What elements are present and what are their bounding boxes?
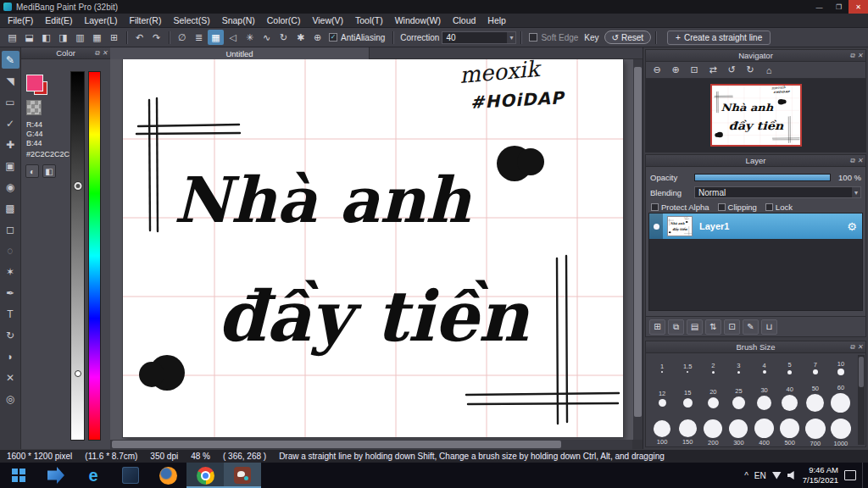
document-icon[interactable]: ▥ xyxy=(72,30,88,45)
brush-size-2[interactable]: 2 xyxy=(700,355,726,380)
value-slider-handle[interactable] xyxy=(74,182,81,190)
medibang-taskbar-button[interactable] xyxy=(224,463,261,488)
comment-icon[interactable]: ◧ xyxy=(38,30,54,45)
horizontal-scrollbar[interactable] xyxy=(110,440,632,449)
brush-scrollbar[interactable] xyxy=(858,355,865,445)
soft-edge-checkbox[interactable]: Soft Edge xyxy=(529,33,578,42)
taskbar-app-icon-2[interactable] xyxy=(112,463,149,488)
grid-view-icon[interactable]: ▦ xyxy=(89,30,105,45)
reset-view-icon[interactable]: ⌂ xyxy=(760,64,777,77)
chrome-button[interactable] xyxy=(186,463,224,488)
brush-size-4[interactable]: 4 xyxy=(752,355,777,380)
snap-ellipse-icon[interactable]: ↻ xyxy=(275,30,292,45)
popout-icon[interactable]: ⧉ xyxy=(850,52,855,60)
minimize-button[interactable]: — xyxy=(810,0,829,14)
firefox-button[interactable] xyxy=(149,463,186,488)
brush-size-50[interactable]: 50 xyxy=(803,380,828,416)
color-wheel-icon[interactable]: ◐ xyxy=(25,164,39,178)
brush-size-12[interactable]: 12 xyxy=(649,380,675,416)
edge-button[interactable]: e xyxy=(75,463,112,488)
color-bar-icon[interactable]: ◧ xyxy=(42,164,56,178)
lock-checkbox[interactable]: Lock xyxy=(765,202,793,212)
brush-size-150[interactable]: 150 xyxy=(675,416,700,450)
blending-dropdown[interactable]: Normal ▾ xyxy=(694,186,861,198)
start-button[interactable] xyxy=(0,463,37,488)
reset-button[interactable]: ↺ Reset xyxy=(604,30,652,44)
menu-tool[interactable]: Tool(T) xyxy=(349,14,389,28)
layer-folder-icon[interactable]: ▤ xyxy=(687,319,703,335)
maximize-button[interactable]: ❐ xyxy=(829,0,849,14)
network-icon[interactable] xyxy=(772,472,782,480)
clock[interactable]: 9:46 AM 7/15/2021 xyxy=(803,465,838,485)
brush-size-7[interactable]: 7 xyxy=(803,355,828,380)
volume-icon[interactable] xyxy=(787,471,797,480)
rotate-left-icon[interactable]: ↺ xyxy=(723,64,740,77)
hue-slider[interactable] xyxy=(88,71,101,441)
select-move-tool[interactable]: ▭ xyxy=(2,93,19,111)
divide-tool[interactable]: ✕ xyxy=(2,369,19,386)
new-canvas-icon[interactable]: ▤ xyxy=(4,30,20,45)
rename-layer-icon[interactable]: ✎ xyxy=(743,319,759,335)
visibility-toggle[interactable] xyxy=(649,214,663,239)
close-button[interactable]: ✕ xyxy=(849,0,868,14)
brush-size-1000[interactable]: 1000 xyxy=(828,416,854,450)
brush-size-700[interactable]: 700 xyxy=(803,416,828,450)
brush-size-3[interactable]: 3 xyxy=(726,355,751,380)
brush-size-1.5[interactable]: 1.5 xyxy=(675,355,700,380)
menu-color[interactable]: Color(C) xyxy=(261,14,307,28)
brush-size-5[interactable]: 5 xyxy=(777,355,803,380)
brush-size-25[interactable]: 25 xyxy=(726,380,751,416)
close-icon[interactable]: ✕ xyxy=(857,157,863,164)
close-icon[interactable]: ✕ xyxy=(102,49,108,57)
gear-icon[interactable]: ⚙ xyxy=(847,220,857,233)
correction-dropdown[interactable]: 40 ▾ xyxy=(442,31,516,44)
brush-size-40[interactable]: 40 xyxy=(777,380,803,416)
zoom-in-icon[interactable]: ⊕ xyxy=(667,64,684,77)
value-slider-handle-2[interactable] xyxy=(75,370,81,377)
brush-size-1[interactable]: 1 xyxy=(649,355,675,380)
fill-tool[interactable]: ◉ xyxy=(2,178,19,196)
menu-cloud[interactable]: Cloud xyxy=(447,14,481,28)
text-tool[interactable]: T xyxy=(2,305,19,323)
snap-curve-icon[interactable]: ∿ xyxy=(259,30,275,45)
transparent-color-swatch[interactable] xyxy=(26,100,42,115)
protect-alpha-checkbox[interactable]: Protect Alpha xyxy=(651,202,709,212)
create-straight-line-button[interactable]: + Create a straight line xyxy=(667,30,771,45)
foreground-color-swatch[interactable] xyxy=(26,75,43,92)
chat-icon[interactable]: ◨ xyxy=(55,30,71,45)
select-rect-tool[interactable]: ◻ xyxy=(2,220,19,238)
popout-icon[interactable]: ⧉ xyxy=(850,343,855,352)
stamp-tool[interactable]: ✓ xyxy=(2,114,19,132)
show-desktop-button[interactable] xyxy=(862,463,865,488)
horizontal-scroll-thumb[interactable] xyxy=(112,441,561,448)
value-slider[interactable] xyxy=(70,71,85,441)
snap-crosshair-icon[interactable]: ⊕ xyxy=(309,30,326,45)
duplicate-layer-icon[interactable]: ⧉ xyxy=(668,319,684,335)
antialiasing-checkbox[interactable]: ✓ AntiAliasing xyxy=(329,33,385,42)
menu-file[interactable]: File(F) xyxy=(2,14,39,28)
brush-size-10[interactable]: 10 xyxy=(828,355,854,380)
menu-edit[interactable]: Edit(E) xyxy=(39,14,78,28)
navigator-thumbnail[interactable]: meoxik #HOiDAP Nhà anh đầy tiền xyxy=(710,84,802,147)
taskbar-app-icon[interactable] xyxy=(37,463,75,488)
delete-layer-icon[interactable]: ⊔ xyxy=(761,319,777,335)
language-indicator[interactable]: EN xyxy=(754,471,766,480)
popout-icon[interactable]: ⧉ xyxy=(850,157,855,165)
menu-help[interactable]: Help xyxy=(481,14,512,28)
brush-tool[interactable]: ✎ xyxy=(2,51,19,69)
vertical-scrollbar[interactable] xyxy=(633,59,643,440)
snap-parallel-icon[interactable]: ≣ xyxy=(191,30,207,45)
close-icon[interactable]: ✕ xyxy=(857,343,863,351)
menu-filter[interactable]: Filter(R) xyxy=(124,14,168,28)
brush-scroll-thumb[interactable] xyxy=(859,357,864,387)
snap-grid-icon[interactable]: ▦ xyxy=(208,30,224,45)
clipping-checkbox[interactable]: Clipping xyxy=(718,202,757,212)
transform-tool[interactable]: ▣ xyxy=(2,157,19,175)
tray-expand-icon[interactable]: ^ xyxy=(744,471,748,480)
menu-layer[interactable]: Layer(L) xyxy=(78,14,123,28)
canvas-tab[interactable]: Untitled xyxy=(110,47,370,59)
brush-size-30[interactable]: 30 xyxy=(752,380,777,416)
fit-window-icon[interactable]: ⊡ xyxy=(686,64,703,77)
select-wand-tool[interactable]: ✶ xyxy=(2,263,19,280)
popout-icon[interactable]: ⧉ xyxy=(95,49,100,58)
